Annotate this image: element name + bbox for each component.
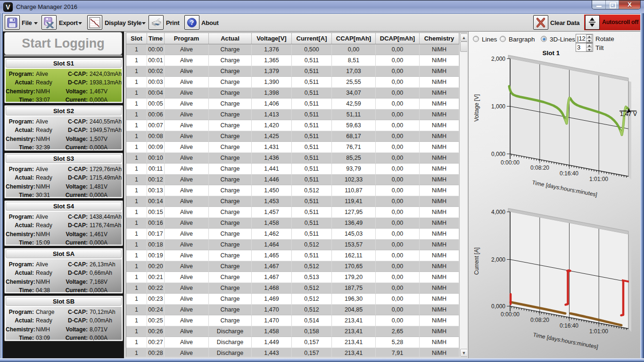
svg-text:2,000: 2,000 bbox=[491, 56, 505, 62]
svg-text:Time [days:hours:minutes]: Time [days:hours:minutes] bbox=[532, 179, 598, 198]
svg-text:0,000: 0,000 bbox=[491, 303, 505, 310]
svg-text:1,000: 1,000 bbox=[491, 103, 505, 110]
svg-text:2,000: 2,000 bbox=[491, 256, 505, 263]
svg-text:Time [days:hours:minutes]: Time [days:hours:minutes] bbox=[533, 331, 599, 350]
svg-text:1:01:00: 1:01:00 bbox=[589, 176, 608, 182]
svg-text:Slot 1: Slot 1 bbox=[543, 49, 560, 57]
svg-text:?: ? bbox=[190, 19, 194, 26]
svg-text:Voltage [V]: Voltage [V] bbox=[473, 94, 480, 122]
svg-text:0:08:20: 0:08:20 bbox=[530, 165, 549, 171]
svg-text:Current [A]: Current [A] bbox=[473, 247, 480, 275]
svg-text:0:00:00: 0:00:00 bbox=[501, 159, 520, 166]
svg-text:0:16:40: 0:16:40 bbox=[560, 170, 578, 177]
svg-text:0:16:40: 0:16:40 bbox=[560, 322, 578, 329]
svg-text:0,000: 0,000 bbox=[491, 151, 505, 157]
svg-text:0:08:20: 0:08:20 bbox=[530, 317, 549, 323]
svg-text:1:01:00: 1:01:00 bbox=[589, 328, 608, 335]
svg-text:0:00:00: 0:00:00 bbox=[501, 311, 520, 318]
svg-text:4,000: 4,000 bbox=[491, 209, 505, 215]
